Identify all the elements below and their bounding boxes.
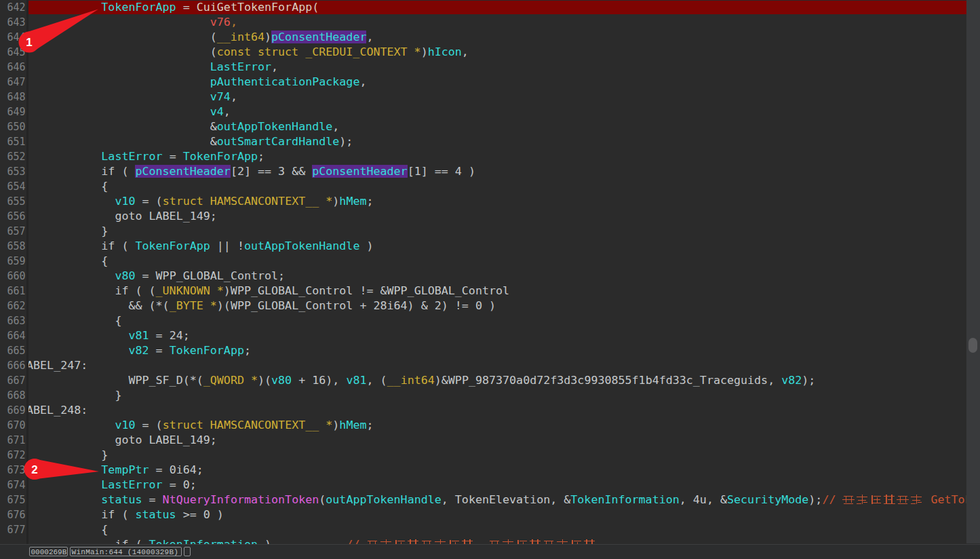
svg-text:1: 1 [26,36,32,49]
svg-text:2: 2 [31,463,37,476]
